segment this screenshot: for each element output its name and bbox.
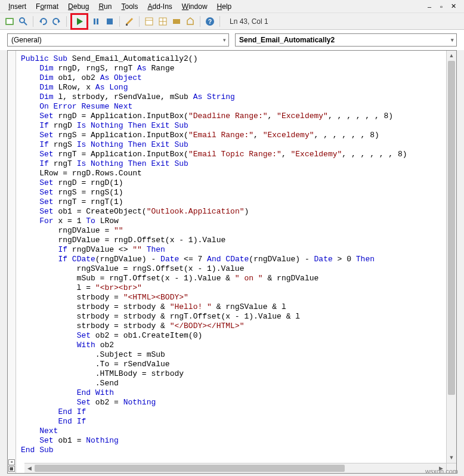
menu-debug[interactable]: Debug — [63, 1, 94, 12]
full-module-view-icon[interactable]: ▦ — [8, 466, 15, 472]
svg-marker-6 — [77, 18, 83, 25]
close-button[interactable]: ✕ — [448, 2, 458, 11]
vertical-scrollbar[interactable]: ▲ ▼ — [446, 51, 456, 463]
scroll-left-icon[interactable]: ◀ — [24, 463, 35, 473]
code-editor[interactable]: Public Sub Send_Email_Automatically2() D… — [16, 51, 456, 459]
code-pane: ≡ ▦ Public Sub Send_Email_Automatically2… — [7, 50, 457, 474]
help-icon[interactable]: ? — [204, 16, 216, 27]
cursor-position: Ln 43, Col 1 — [230, 17, 268, 26]
svg-rect-7 — [94, 18, 95, 24]
menubar: InsertFormatDebugRunToolsAdd-InsWindowHe… — [0, 0, 464, 13]
restore-button[interactable]: ▫ — [437, 2, 446, 11]
menu-help[interactable]: Help — [212, 1, 237, 12]
svg-rect-12 — [146, 18, 153, 25]
menu-add-ins[interactable]: Add-Ins — [143, 1, 177, 12]
svg-point-2 — [20, 18, 24, 23]
run-highlight — [70, 13, 88, 30]
excel-icon[interactable] — [4, 16, 16, 27]
procedure-view-icon[interactable]: ≡ — [8, 459, 15, 465]
menu-window[interactable]: Window — [177, 1, 212, 12]
project-explorer-icon[interactable] — [143, 16, 155, 27]
svg-rect-8 — [97, 18, 98, 24]
menu-run[interactable]: Run — [94, 1, 116, 12]
svg-rect-9 — [107, 18, 113, 24]
svg-rect-1 — [7, 19, 13, 24]
margin-indicator: ≡ ▦ — [8, 51, 16, 473]
chevron-down-icon: ▾ — [223, 37, 226, 43]
design-mode-icon[interactable] — [123, 16, 135, 27]
reset-button[interactable] — [104, 16, 116, 27]
procedure-dropdown-label: Send_Email_Automatically2 — [239, 36, 335, 44]
scroll-thumb[interactable] — [448, 61, 455, 395]
toolbar: ? Ln 43, Col 1 — [0, 13, 464, 30]
scroll-down-icon[interactable]: ▼ — [447, 453, 456, 463]
code-dropdowns: (General) ▾ Send_Email_Automatically2 ▾ — [0, 30, 464, 50]
minimize-button[interactable]: – — [425, 2, 434, 11]
redo-icon[interactable] — [51, 16, 63, 27]
object-dropdown-label: (General) — [11, 36, 42, 44]
horizontal-scrollbar[interactable]: ◀ ▶ — [24, 463, 446, 473]
menu-format[interactable]: Format — [31, 1, 63, 12]
properties-icon[interactable] — [157, 16, 169, 27]
menu-tools[interactable]: Tools — [116, 1, 143, 12]
svg-line-3 — [24, 22, 27, 25]
object-dropdown[interactable]: (General) ▾ — [7, 33, 229, 47]
run-button[interactable] — [73, 16, 85, 27]
undo-icon[interactable] — [37, 16, 49, 27]
object-browser-icon[interactable] — [171, 16, 182, 27]
watermark: wsxdn.com — [425, 468, 458, 475]
svg-rect-11 — [126, 24, 128, 26]
svg-rect-17 — [173, 19, 180, 24]
toolbox-icon[interactable] — [184, 16, 196, 27]
procedure-dropdown[interactable]: Send_Email_Automatically2 ▾ — [235, 33, 457, 47]
scroll-up-icon[interactable]: ▲ — [447, 51, 456, 61]
menu-insert[interactable]: Insert — [4, 1, 31, 12]
scroll-thumb[interactable] — [35, 465, 345, 472]
chevron-down-icon: ▾ — [451, 37, 454, 43]
find-icon[interactable] — [17, 16, 29, 27]
break-button[interactable] — [90, 16, 102, 27]
svg-text:?: ? — [208, 18, 212, 25]
